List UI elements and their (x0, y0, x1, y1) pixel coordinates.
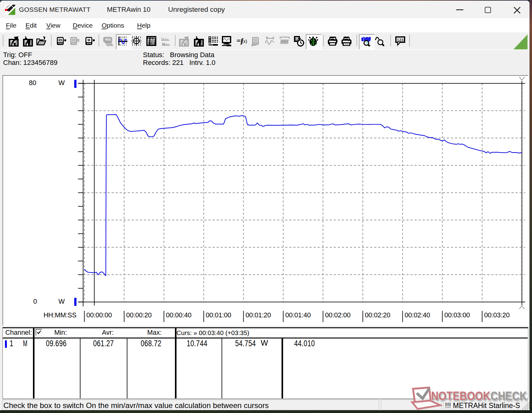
svg-text:123: 123 (397, 38, 403, 42)
svg-text:321: 321 (58, 39, 62, 42)
svg-text:321: 321 (71, 39, 76, 42)
svg-text:(x): (x) (242, 39, 247, 44)
svg-text:321: 321 (253, 39, 258, 42)
svg-text:1257: 1257 (104, 38, 112, 42)
svg-text:M: M (88, 39, 90, 42)
